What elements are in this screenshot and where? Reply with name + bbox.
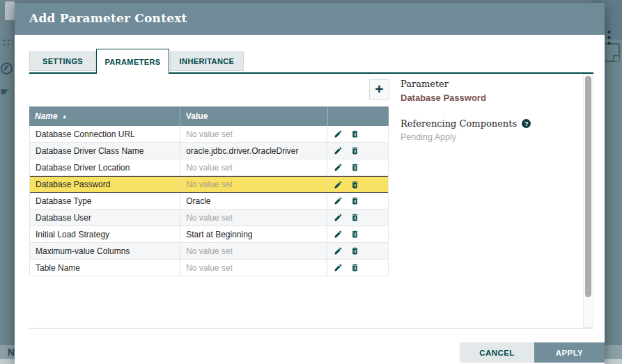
dialog-title: Add Parameter Context <box>29 11 187 25</box>
delete-parameter-icon[interactable] <box>350 196 359 206</box>
components-grid-icon <box>2 38 13 48</box>
add-parameter-context-dialog: Add Parameter Context SETTINGS PARAMETER… <box>15 3 605 364</box>
edit-parameter-icon[interactable] <box>333 246 343 256</box>
column-name-label: Name <box>35 111 58 121</box>
parameter-actions-cell <box>327 243 388 259</box>
add-parameter-button[interactable]: + <box>369 79 389 100</box>
parameter-name-cell: Initial Load Strategy <box>30 226 180 242</box>
parameter-table-body: Database Connection URL No value set Dat… <box>29 126 389 276</box>
parameter-actions-cell <box>327 226 388 242</box>
cancel-button[interactable]: CANCEL <box>460 342 534 363</box>
parameter-value-cell: No value set <box>180 209 327 225</box>
toolbar-dots-icon <box>607 29 611 45</box>
table-row[interactable]: Table Name No value set <box>30 260 388 276</box>
edit-parameter-icon[interactable] <box>333 129 343 139</box>
edit-parameter-icon[interactable] <box>333 213 343 223</box>
parameter-value-cell: No value set <box>180 177 327 192</box>
parameter-value-cell: Start at Beginning <box>180 226 327 242</box>
delete-parameter-icon[interactable] <box>350 246 359 256</box>
tab-settings[interactable]: SETTINGS <box>29 52 96 71</box>
parameter-value-cell: No value set <box>180 126 327 142</box>
parameter-table-header: Name ▲ Value <box>29 106 389 126</box>
table-row[interactable]: Maximum-value Columns No value set <box>30 243 388 260</box>
parameter-value-cell: No value set <box>180 260 327 276</box>
scrollbar-track[interactable] <box>583 74 593 328</box>
delete-parameter-icon[interactable] <box>350 129 359 139</box>
parameter-label: Parameter <box>401 79 589 89</box>
parameter-name-cell: Maximum-value Columns <box>30 243 180 259</box>
edit-parameter-icon[interactable] <box>333 146 343 156</box>
column-header-value[interactable]: Value <box>180 106 327 126</box>
footer-divider <box>29 328 593 329</box>
table-row[interactable]: Database Type Oracle <box>30 193 388 209</box>
parameter-actions-cell <box>327 177 388 192</box>
funnel-tool-icon <box>1 63 13 74</box>
parameter-name-cell: Table Name <box>30 260 180 276</box>
parameter-actions-cell <box>327 126 388 142</box>
delete-parameter-icon[interactable] <box>350 180 359 189</box>
parameter-table: Name ▲ Value Database Connection URL No … <box>29 106 389 276</box>
table-row[interactable]: Initial Load Strategy Start at Beginning <box>30 226 388 243</box>
scrollbar-thumb[interactable] <box>585 76 591 297</box>
referencing-components-label: Referencing Components <box>401 118 517 129</box>
parameter-value-cell: Oracle <box>180 193 327 209</box>
parameter-actions-cell <box>327 193 388 209</box>
parameter-name-cell: Database Driver Location <box>30 159 180 175</box>
plus-icon: + <box>375 81 383 96</box>
edit-parameter-icon[interactable] <box>333 180 343 189</box>
tab-parameters[interactable]: PARAMETERS <box>96 49 169 74</box>
tab-settings-label: SETTINGS <box>42 57 83 65</box>
edit-parameter-icon[interactable] <box>333 163 343 173</box>
parameter-name-cell: Database Driver Class Name <box>30 143 180 159</box>
table-row[interactable]: Database Connection URL No value set <box>30 126 388 143</box>
delete-parameter-icon[interactable] <box>350 263 359 273</box>
delete-parameter-icon[interactable] <box>350 230 359 239</box>
parameter-actions-cell <box>327 260 388 276</box>
parameter-actions-cell <box>327 209 388 225</box>
edit-parameter-icon[interactable] <box>333 196 343 206</box>
tab-inheritance-label: INHERITANCE <box>180 57 235 65</box>
parameter-name-cell: Database Type <box>30 193 180 209</box>
parameter-name-cell: Database Connection URL <box>30 126 180 142</box>
referencing-components-status: Pending Apply <box>401 132 589 142</box>
parameter-value-cell: No value set <box>180 159 327 175</box>
dialog-header: Add Parameter Context <box>15 3 605 35</box>
table-row[interactable]: Database User No value set <box>30 209 388 226</box>
tab-inheritance[interactable]: INHERITANCE <box>170 52 244 71</box>
column-value-label: Value <box>186 111 208 121</box>
toolbox-chip <box>5 1 15 20</box>
delete-parameter-icon[interactable] <box>350 213 359 223</box>
apply-button[interactable]: APPLY <box>534 342 605 363</box>
parameter-value-cell: No value set <box>180 243 327 259</box>
table-row[interactable]: Database Password No value set <box>30 176 388 193</box>
selected-parameter-name: Database Password <box>401 93 589 103</box>
help-icon[interactable]: ? <box>522 119 531 128</box>
parameter-actions-cell <box>327 143 388 159</box>
parameter-value-cell: oracle.jdbc.driver.OracleDriver <box>180 143 327 159</box>
parameter-actions-cell <box>327 159 388 175</box>
delete-parameter-icon[interactable] <box>350 146 359 156</box>
edit-parameter-icon[interactable] <box>333 263 343 273</box>
table-row[interactable]: Database Driver Class Name oracle.jdbc.d… <box>30 143 388 159</box>
parameter-name-cell: Database User <box>30 209 180 225</box>
column-header-name[interactable]: Name ▲ <box>29 106 180 126</box>
hand-tool-icon: ☛ <box>0 85 10 98</box>
table-row[interactable]: Database Driver Location No value set <box>30 159 388 176</box>
edit-parameter-icon[interactable] <box>333 230 343 239</box>
sort-asc-icon: ▲ <box>62 113 68 120</box>
breadcrumb-partial-text: N <box>8 347 15 358</box>
tab-parameters-label: PARAMETERS <box>104 58 160 66</box>
parameter-detail-panel: Parameter Database Password Referencing … <box>401 79 589 142</box>
parameter-name-cell: Database Password <box>30 177 180 192</box>
delete-parameter-icon[interactable] <box>350 163 359 173</box>
column-header-actions <box>327 106 389 126</box>
